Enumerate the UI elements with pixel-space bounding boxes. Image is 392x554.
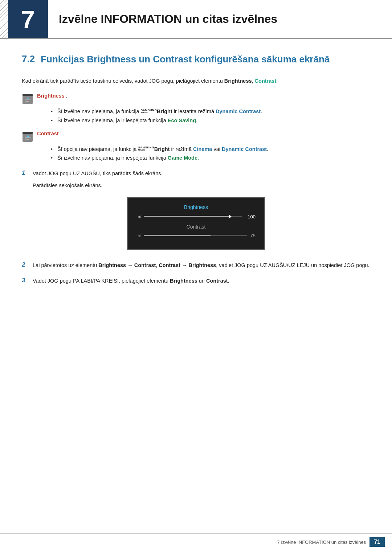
samsung-magic-brand-2: SAMSUNGᴹᴬᴳᴵᶜ	[138, 146, 154, 152]
page-footer: 7 Izvēlne INFORMATION un citas izvēlnes …	[0, 533, 392, 547]
screen-brightness-row: ◄ 100	[136, 214, 256, 219]
content-area: 7.2 Funkcijas Brightness un Contrast kon…	[0, 53, 392, 310]
chapter-number: 7	[8, 0, 48, 38]
brightness-bullet-1: Šī izvēlne nav pieejama, ja funkcija SAM…	[51, 107, 370, 116]
contrast-label: Contrast	[37, 131, 59, 136]
c2-end: .	[197, 155, 199, 161]
screen-brightness-fill	[144, 216, 230, 217]
screen-brightness-bar	[144, 216, 242, 217]
section-title: Funkcijas Brightness un Contrast konfigu…	[41, 53, 330, 66]
screen-mockup: Brightness ◄ 100 Contrast ◄ 75	[127, 197, 265, 250]
footer-page-number: 71	[369, 537, 385, 547]
c2-game-mode: Game Mode	[168, 155, 197, 161]
screen-brightness-value: 100	[245, 214, 256, 219]
screen-brightness-label: Brightness	[136, 204, 256, 210]
screen-arrow-left: ◄	[136, 214, 142, 219]
intro-end: .	[276, 78, 278, 84]
step-2-block: 2 Lai pārvietotos uz elementu Brightness…	[22, 261, 370, 270]
contrast-bullet-2: Šī izvēlne nav pieejama, ja ir iespējota…	[51, 153, 370, 163]
svg-rect-1	[23, 94, 33, 96]
intro-text-start: Kad ekrānā tiek parādīts tiešo taustiņu …	[22, 78, 224, 84]
b2-text-before: Šī izvēlne nav pieejama, ja ir iespējota…	[57, 118, 168, 123]
screen-contrast-row: ◄ 75	[136, 233, 256, 238]
step-1-text: Vadot JOG pogu UZ AUGŠU, tiks parādīts š…	[33, 169, 163, 178]
b1-dynamic-contrast: Dynamic Contrast	[216, 108, 261, 114]
section-heading: 7.2 Funkcijas Brightness un Contrast kon…	[22, 53, 370, 66]
brightness-note-block: Brightness :	[22, 93, 370, 105]
contrast-colon: :	[59, 131, 62, 136]
footer-text: 7 Izvēlne INFORMATION un citas izvēlnes	[277, 539, 366, 545]
screen-contrast-fill	[144, 235, 211, 236]
step-1-subtext: Parādīsies sekojošais ekrāns.	[33, 181, 370, 190]
step-3-number: 3	[22, 277, 33, 284]
step-2-text: Lai pārvietotos uz elementu Brightness →…	[33, 261, 369, 270]
b2-eco-saving: Eco Saving	[168, 118, 196, 123]
chapter-header: 7 Izvēlne INFORMATION un citas izvēlnes	[0, 0, 392, 39]
note-icon-brightness	[22, 93, 33, 105]
step3-contrast: Contrast	[206, 278, 228, 284]
brightness-colon: :	[65, 93, 68, 99]
c1-dynamic-contrast: Dynamic Contrast	[222, 146, 267, 152]
intro-brightness-bold: Brightness	[224, 78, 252, 84]
intro-comma: ,	[252, 78, 255, 84]
contrast-note-content: Contrast :	[37, 130, 62, 136]
step2-brightness1: Brightness	[98, 262, 126, 268]
screen-arrow-left-2: ◄	[136, 233, 142, 238]
b1-end: .	[261, 108, 262, 114]
b2-end: .	[196, 118, 197, 123]
contrast-note-block: Contrast :	[22, 130, 370, 143]
c1-bright-word: Bright	[154, 146, 170, 152]
chapter-title-area: Izvēlne INFORMATION un citas izvēlnes	[48, 0, 392, 38]
b1-text-mid: ir iestatīta režīmā	[172, 108, 216, 114]
c1-cinema: Cinema	[193, 146, 212, 152]
samsung-magic-brand-1: SAMSUNGᴹᴬᴳᴵᶜ	[141, 109, 157, 115]
screen-contrast-value: 75	[250, 233, 256, 238]
screen-contrast-bar	[144, 235, 247, 236]
screen-contrast-label: Contrast	[136, 224, 256, 230]
contrast-bullet-list: Šī opcija nav pieejama, ja funkcija SAMS…	[51, 145, 370, 163]
step2-contrast1: Contrast	[134, 262, 156, 268]
step-3-block: 3 Vadot JOG pogu PA LABI/PA KREISI, piel…	[22, 276, 370, 286]
brightness-note-content: Brightness :	[37, 93, 68, 99]
c1-end: .	[267, 146, 268, 152]
section-number: 7.2	[22, 53, 35, 65]
step2-brightness2: Brightness	[189, 262, 216, 268]
c1-or: vai	[212, 146, 222, 152]
step3-brightness: Brightness	[170, 278, 197, 284]
c1-text-before: Šī opcija nav pieejama, ja funkcija	[57, 146, 138, 152]
note-icon-contrast	[22, 131, 33, 143]
intro-paragraph: Kad ekrānā tiek parādīts tiešo taustiņu …	[22, 77, 370, 86]
step-2-number: 2	[22, 261, 33, 268]
c1-text-mid: ir režīmā	[170, 146, 193, 152]
intro-contrast: Contrast	[255, 78, 277, 84]
svg-rect-6	[23, 132, 33, 134]
step2-contrast2: Contrast	[159, 262, 180, 268]
chapter-title: Izvēlne INFORMATION un citas izvēlnes	[59, 12, 277, 26]
c2-text-before: Šī izvēlne nav pieejama, ja ir iespējota…	[57, 155, 168, 161]
brightness-label: Brightness	[37, 93, 65, 99]
b1-bright-word: Bright	[157, 108, 172, 114]
step-1-number: 1	[22, 169, 33, 177]
brightness-bullet-2: Šī izvēlne nav pieejama, ja ir iespējota…	[51, 116, 370, 125]
diagonal-decoration	[0, 0, 8, 38]
brightness-bullet-list: Šī izvēlne nav pieejama, ja funkcija SAM…	[51, 107, 370, 125]
step-3-text: Vadot JOG pogu PA LABI/PA KREISI, pielāg…	[33, 276, 229, 286]
contrast-bullet-1: Šī opcija nav pieejama, ja funkcija SAMS…	[51, 145, 370, 154]
step-1-block: 1 Vadot JOG pogu UZ AUGŠU, tiks parādīts…	[22, 169, 370, 178]
b1-text-before: Šī izvēlne nav pieejama, ja funkcija	[57, 108, 141, 114]
